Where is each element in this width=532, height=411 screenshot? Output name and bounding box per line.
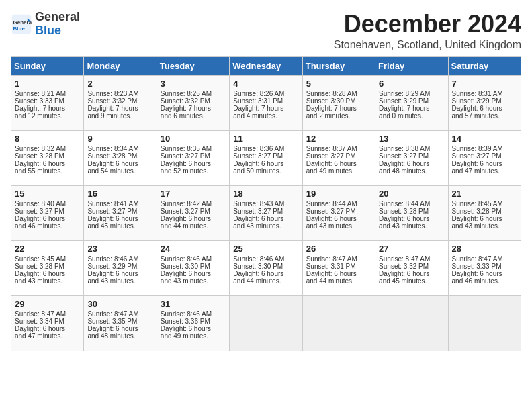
- col-header-sunday: Sunday: [11, 56, 84, 75]
- cell-line: Sunrise: 8:46 AM: [233, 255, 298, 263]
- calendar-cell: 11Sunrise: 8:36 AMSunset: 3:27 PMDayligh…: [230, 130, 302, 185]
- week-row-2: 8Sunrise: 8:32 AMSunset: 3:28 PMDaylight…: [11, 130, 521, 185]
- calendar-cell: [302, 295, 375, 351]
- cell-line: Sunrise: 8:25 AM: [161, 90, 226, 97]
- cell-line: Daylight: 6 hours: [379, 270, 444, 277]
- cell-line: Sunrise: 8:47 AM: [452, 255, 517, 263]
- day-number: 14: [452, 134, 517, 144]
- cell-line: Sunset: 3:34 PM: [15, 318, 80, 325]
- cell-line: Sunrise: 8:26 AM: [233, 90, 298, 97]
- col-header-friday: Friday: [375, 56, 448, 75]
- cell-line: and 47 minutes.: [15, 332, 80, 340]
- calendar-cell: 30Sunrise: 8:47 AMSunset: 3:35 PMDayligh…: [84, 295, 157, 351]
- cell-line: Sunset: 3:27 PM: [161, 152, 226, 160]
- calendar-cell: 22Sunrise: 8:45 AMSunset: 3:28 PMDayligh…: [11, 240, 84, 295]
- cell-line: Sunrise: 8:36 AM: [233, 145, 298, 152]
- cell-line: Sunset: 3:28 PM: [87, 152, 152, 160]
- cell-line: and 2 minutes.: [306, 112, 371, 120]
- cell-line: Daylight: 6 hours: [379, 160, 444, 167]
- cell-line: and 43 minutes.: [15, 277, 80, 285]
- cell-line: Daylight: 6 hours: [452, 215, 517, 222]
- cell-line: Sunset: 3:35 PM: [87, 318, 152, 325]
- cell-line: Daylight: 6 hours: [87, 270, 152, 277]
- calendar-cell: 2Sunrise: 8:23 AMSunset: 3:32 PMDaylight…: [84, 75, 157, 130]
- cell-line: Sunrise: 8:46 AM: [161, 310, 226, 318]
- day-number: 11: [233, 134, 298, 144]
- calendar-cell: [375, 295, 448, 351]
- cell-line: Sunrise: 8:47 AM: [15, 310, 80, 318]
- cell-line: Sunrise: 8:46 AM: [161, 255, 226, 263]
- cell-line: Sunset: 3:27 PM: [233, 152, 298, 160]
- calendar-cell: 21Sunrise: 8:45 AMSunset: 3:28 PMDayligh…: [448, 185, 521, 240]
- page-header: General Blue General Blue December 2024 …: [11, 11, 521, 51]
- header-row: SundayMondayTuesdayWednesdayThursdayFrid…: [11, 56, 521, 75]
- calendar-cell: [230, 295, 302, 351]
- calendar-cell: 23Sunrise: 8:46 AMSunset: 3:29 PMDayligh…: [84, 240, 157, 295]
- cell-line: Sunset: 3:28 PM: [379, 208, 444, 215]
- calendar-cell: 8Sunrise: 8:32 AMSunset: 3:28 PMDaylight…: [11, 130, 84, 185]
- calendar-cell: 6Sunrise: 8:29 AMSunset: 3:29 PMDaylight…: [375, 75, 448, 130]
- cell-line: Daylight: 6 hours: [306, 160, 371, 167]
- cell-line: Sunset: 3:29 PM: [87, 263, 152, 270]
- day-number: 24: [161, 244, 226, 254]
- cell-line: Sunset: 3:27 PM: [306, 152, 371, 160]
- cell-line: Daylight: 7 hours: [379, 105, 444, 112]
- svg-text:Blue: Blue: [13, 26, 26, 32]
- cell-line: Daylight: 6 hours: [161, 160, 226, 167]
- cell-line: and 43 minutes.: [306, 222, 371, 230]
- cell-line: Sunset: 3:32 PM: [87, 97, 152, 105]
- day-number: 9: [87, 134, 152, 144]
- cell-line: Sunset: 3:27 PM: [306, 208, 371, 215]
- cell-line: Daylight: 6 hours: [379, 215, 444, 222]
- cell-line: Sunset: 3:36 PM: [161, 318, 226, 325]
- calendar-cell: 14Sunrise: 8:39 AMSunset: 3:27 PMDayligh…: [448, 130, 521, 185]
- cell-line: and 44 minutes.: [306, 277, 371, 285]
- cell-line: Sunrise: 8:38 AM: [379, 145, 444, 152]
- cell-line: Daylight: 6 hours: [87, 215, 152, 222]
- day-number: 28: [452, 244, 517, 254]
- day-number: 3: [161, 79, 226, 89]
- col-header-monday: Monday: [84, 56, 157, 75]
- cell-line: Daylight: 6 hours: [15, 160, 80, 167]
- cell-line: Daylight: 6 hours: [452, 160, 517, 167]
- calendar-cell: 25Sunrise: 8:46 AMSunset: 3:30 PMDayligh…: [230, 240, 302, 295]
- col-header-tuesday: Tuesday: [157, 56, 229, 75]
- cell-line: Daylight: 6 hours: [15, 325, 80, 332]
- col-header-saturday: Saturday: [448, 56, 521, 75]
- calendar-cell: 20Sunrise: 8:44 AMSunset: 3:28 PMDayligh…: [375, 185, 448, 240]
- cell-line: Sunrise: 8:45 AM: [15, 255, 80, 263]
- cell-line: Daylight: 6 hours: [233, 215, 298, 222]
- cell-line: Daylight: 6 hours: [233, 270, 298, 277]
- cell-line: Sunset: 3:33 PM: [15, 97, 80, 105]
- cell-line: Sunset: 3:29 PM: [379, 97, 444, 105]
- cell-line: Sunset: 3:30 PM: [233, 263, 298, 270]
- cell-line: Sunrise: 8:35 AM: [161, 145, 226, 152]
- calendar-cell: 16Sunrise: 8:41 AMSunset: 3:27 PMDayligh…: [84, 185, 157, 240]
- day-number: 2: [87, 79, 152, 89]
- calendar-cell: 3Sunrise: 8:25 AMSunset: 3:32 PMDaylight…: [157, 75, 229, 130]
- col-header-thursday: Thursday: [302, 56, 375, 75]
- cell-line: and 47 minutes.: [452, 167, 517, 175]
- day-number: 22: [15, 244, 80, 254]
- cell-line: Sunrise: 8:32 AM: [15, 145, 80, 152]
- cell-line: Sunset: 3:27 PM: [87, 208, 152, 215]
- week-row-1: 1Sunrise: 8:21 AMSunset: 3:33 PMDaylight…: [11, 75, 521, 130]
- cell-line: and 45 minutes.: [87, 222, 152, 230]
- cell-line: Sunset: 3:31 PM: [306, 263, 371, 270]
- cell-line: and 43 minutes.: [161, 277, 226, 285]
- cell-line: Daylight: 6 hours: [161, 325, 226, 332]
- day-number: 18: [233, 189, 298, 199]
- cell-line: Daylight: 6 hours: [306, 215, 371, 222]
- cell-line: Sunset: 3:27 PM: [15, 208, 80, 215]
- calendar-cell: 7Sunrise: 8:31 AMSunset: 3:29 PMDaylight…: [448, 75, 521, 130]
- day-number: 1: [15, 79, 80, 89]
- cell-line: Sunset: 3:29 PM: [452, 97, 517, 105]
- title-block: December 2024 Stonehaven, Scotland, Unit…: [334, 11, 521, 51]
- day-number: 16: [87, 189, 152, 199]
- cell-line: Daylight: 6 hours: [452, 105, 517, 112]
- cell-line: and 57 minutes.: [452, 112, 517, 120]
- cell-line: Sunset: 3:28 PM: [15, 152, 80, 160]
- cell-line: and 46 minutes.: [15, 222, 80, 230]
- cell-line: Sunrise: 8:39 AM: [452, 145, 517, 152]
- calendar-cell: 24Sunrise: 8:46 AMSunset: 3:30 PMDayligh…: [157, 240, 229, 295]
